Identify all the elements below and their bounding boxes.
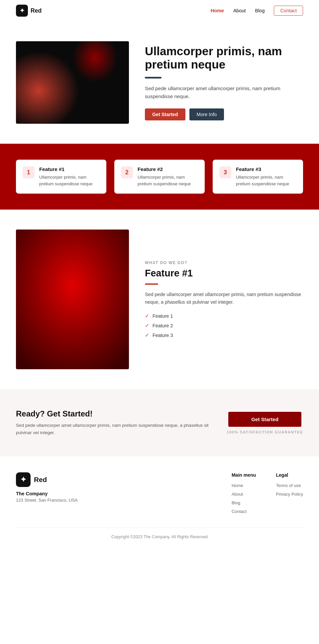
footer-copyright: Copyright ©2023 The Company. All Rights … (16, 535, 303, 545)
checklist-label-2: Feature 2 (153, 323, 173, 328)
footer-brand: ✦ Red The Company 123 Street, San Franci… (16, 472, 212, 514)
feature-card-2: 2 Feature #2 Ullamcorper primis, nam pre… (114, 160, 205, 194)
feature-card-3: 3 Feature #3 Ullamcorper primis, nam pre… (213, 160, 303, 194)
feature-badge-2: 2 (121, 166, 133, 178)
nav-link-blog[interactable]: Blog (255, 8, 265, 13)
footer-link-contact[interactable]: Contact (232, 508, 256, 514)
hero-buttons: Get Started More Info (145, 108, 303, 120)
cta-guarantee: 100% Satisfaction Guarantee (227, 430, 303, 434)
hero-description: Sed pede ullamcorper amet ullamcorper pr… (145, 84, 303, 101)
footer-top: ✦ Red The Company 123 Street, San Franci… (16, 472, 303, 514)
hero-content: Ullamcorper primis, nam pretium neque Se… (145, 45, 303, 121)
footer-logo-text: Red (34, 476, 47, 484)
cta-description: Sed pede ullamcorper amet ullamcorper pr… (16, 422, 213, 436)
footer-link-privacy[interactable]: Privacy Policy (276, 491, 303, 497)
checklist-item-2: ✓ Feature 2 (145, 322, 303, 329)
hero-image (16, 41, 129, 124)
footer-main-menu-heading: Main menu (232, 472, 256, 478)
feature-badge-3: 3 (219, 166, 231, 178)
hero-more-info-button[interactable]: More Info (189, 108, 224, 120)
footer-logo-icon: ✦ (16, 472, 31, 487)
feature-text-3: Feature #3 Ullamcorper primis, nam preti… (236, 166, 296, 187)
feature-badge-1: 1 (23, 166, 35, 178)
nav-logo[interactable]: ✦ Red (16, 5, 42, 17)
hero-section: Ullamcorper primis, nam pretium neque Se… (0, 21, 319, 144)
nav-contact-button[interactable]: Contact (274, 6, 303, 16)
cta-get-started-button[interactable]: Get Started (228, 412, 301, 427)
detail-divider (145, 283, 158, 285)
feature-card-1: 1 Feature #1 Ullamcorper primis, nam pre… (16, 160, 106, 194)
detail-title: Feature #1 (145, 268, 303, 279)
checklist-item-1: ✓ Feature 1 (145, 313, 303, 319)
feature-text-2: Feature #2 Ullamcorper primis, nam preti… (138, 166, 198, 187)
logo-icon: ✦ (16, 5, 28, 17)
feature-desc-2: Ullamcorper primis, nam pretium suspendi… (138, 174, 198, 187)
nav-logo-text: Red (31, 7, 42, 14)
detail-description: Sed pede ullamcorper amet ullamcorper pr… (145, 291, 303, 306)
nav-links: Home About Blog Contact (211, 6, 303, 16)
feature-desc-3: Ullamcorper primis, nam pretium suspendi… (236, 174, 296, 187)
footer-main-menu: Main menu Home About Blog Contact (232, 472, 256, 514)
cta-section: Ready? Get Started! Sed pede ullamcorper… (0, 389, 319, 456)
hero-image-graphic (16, 41, 129, 124)
footer-main-menu-list: Home About Blog Contact (232, 482, 256, 514)
checklist-label-1: Feature 1 (153, 313, 173, 319)
navbar: ✦ Red Home About Blog Contact (0, 0, 319, 21)
checklist-item-3: ✓ Feature 3 (145, 332, 303, 338)
nav-link-home[interactable]: Home (211, 8, 224, 13)
feature-title-2: Feature #2 (138, 166, 198, 172)
detail-section: What do we do? Feature #1 Sed pede ullam… (0, 210, 319, 389)
hero-title: Ullamcorper primis, nam pretium neque (145, 45, 303, 72)
cta-title: Ready? Get Started! (16, 409, 213, 418)
hero-divider (145, 77, 161, 79)
detail-eyebrow: What do we do? (145, 260, 303, 265)
check-icon-3: ✓ (145, 332, 149, 338)
footer-link-blog[interactable]: Blog (232, 500, 256, 506)
footer-link-terms[interactable]: Terms of use (276, 482, 303, 488)
cta-left: Ready? Get Started! Sed pede ullamcorper… (16, 409, 213, 436)
nav-link-about[interactable]: About (233, 8, 246, 13)
cta-right: Get Started 100% Satisfaction Guarantee (227, 412, 303, 434)
checklist-label-3: Feature 3 (153, 333, 173, 338)
cta-inner: Ready? Get Started! Sed pede ullamcorper… (16, 409, 303, 436)
features-band: 1 Feature #1 Ullamcorper primis, nam pre… (0, 144, 319, 210)
feature-checklist: ✓ Feature 1 ✓ Feature 2 ✓ Feature 3 (145, 313, 303, 338)
footer: ✦ Red The Company 123 Street, San Franci… (0, 456, 319, 553)
footer-legal-list: Terms of use Privacy Policy (276, 482, 303, 497)
footer-logo: ✦ Red (16, 472, 212, 487)
feature-text-1: Feature #1 Ullamcorper primis, nam preti… (39, 166, 100, 187)
footer-divider (16, 528, 303, 528)
detail-image (16, 230, 129, 369)
detail-content: What do we do? Feature #1 Sed pede ullam… (145, 260, 303, 338)
feature-title-3: Feature #3 (236, 166, 296, 172)
check-icon-2: ✓ (145, 322, 149, 329)
check-icon-1: ✓ (145, 313, 149, 319)
hero-get-started-button[interactable]: Get Started (145, 108, 185, 120)
footer-legal-heading: Legal (276, 472, 303, 478)
feature-desc-1: Ullamcorper primis, nam pretium suspendi… (39, 174, 100, 187)
features-grid: 1 Feature #1 Ullamcorper primis, nam pre… (16, 160, 303, 194)
footer-link-home[interactable]: Home (232, 482, 256, 488)
footer-company-name: The Company (16, 491, 212, 496)
footer-link-about[interactable]: About (232, 491, 256, 497)
feature-title-1: Feature #1 (39, 166, 100, 172)
footer-address: 123 Street, San Francisco, USA (16, 498, 212, 503)
footer-legal: Legal Terms of use Privacy Policy (276, 472, 303, 514)
